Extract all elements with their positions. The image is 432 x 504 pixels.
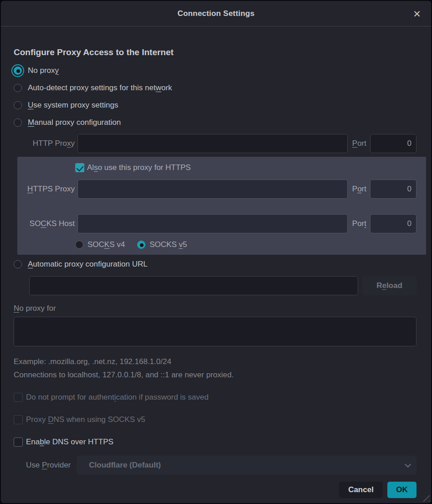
- label-text: S v4: [109, 240, 125, 249]
- titlebar: Connection Settings ✕: [1, 1, 431, 26]
- https-proxy-input[interactable]: [77, 180, 348, 199]
- system-proxy-label: Use system proxy settings: [28, 101, 118, 110]
- access-key: s: [94, 163, 98, 172]
- label-text: KS Host: [46, 219, 75, 228]
- label-text: ort: [357, 139, 366, 148]
- manual-proxy-radio[interactable]: [14, 118, 22, 127]
- socks-v4-label: SOCKS v4: [87, 240, 125, 249]
- radio-row-no-proxy[interactable]: No proxy: [14, 62, 417, 79]
- access-key: w: [156, 83, 161, 92]
- close-icon[interactable]: ✕: [410, 7, 424, 21]
- no-proxy-for-textarea[interactable]: [14, 317, 417, 346]
- access-key: b: [40, 437, 44, 446]
- page-title: Configure Proxy Access to the Internet: [14, 47, 417, 57]
- https-port-label: Port: [352, 185, 366, 194]
- label-text: NS when using SOCKS v5: [53, 415, 145, 424]
- socks-host-label: SOCKS Host: [17, 219, 75, 228]
- provider-dropdown[interactable]: Cloudflare (Default): [77, 456, 417, 475]
- localhost-note-text: Connections to localhost, 127.0.0.1/8, a…: [14, 370, 417, 380]
- access-key: K: [104, 240, 109, 249]
- access-key: P: [352, 139, 357, 148]
- label-text: cation if password is saved: [116, 393, 209, 401]
- access-key: U: [28, 101, 33, 109]
- label-text: le DNS over HTTPS: [44, 437, 113, 446]
- label-text: SOCKS: [149, 240, 179, 249]
- label-text: rovider: [47, 461, 71, 469]
- label-text: 5: [183, 240, 187, 249]
- label-text: Por: [352, 219, 364, 228]
- access-key: x: [67, 139, 71, 148]
- label-text: o proxy for: [19, 304, 56, 313]
- connection-settings-dialog: Connection Settings ✕ Configure Proxy Ac…: [0, 0, 432, 504]
- label-text: rt: [362, 185, 366, 193]
- access-key: N: [14, 304, 19, 313]
- radio-row-auto-detect[interactable]: Auto-detect proxy settings for this netw…: [14, 79, 417, 97]
- label-text: P: [352, 185, 357, 193]
- system-proxy-radio[interactable]: [14, 101, 22, 109]
- no-prompt-auth-row: Do not prompt for authentication if pass…: [14, 392, 417, 403]
- no-proxy-radio[interactable]: [14, 67, 22, 75]
- socks-port-label: Port: [352, 219, 366, 228]
- https-proxy-row: HTTPS Proxy Port: [17, 180, 417, 199]
- http-proxy-input[interactable]: [77, 134, 348, 153]
- proxy-dns-row: Proxy DNS when using SOCKS v5: [14, 414, 417, 425]
- http-port-input[interactable]: [370, 134, 417, 153]
- http-proxy-label: HTTP Proxy: [14, 139, 75, 148]
- label-text: SOC: [87, 240, 104, 249]
- radio-row-auto-url[interactable]: Automatic proxy configuration URL: [14, 258, 417, 270]
- radio-row-manual-proxy[interactable]: Manual proxy configuration: [14, 114, 417, 131]
- dialog-content: Configure Proxy Access to the Internet N…: [1, 47, 431, 154]
- chevron-down-icon: [405, 461, 411, 468]
- label-text: SO: [30, 219, 41, 228]
- radio-row-system-proxy[interactable]: Use system proxy settings: [14, 97, 417, 114]
- auto-url-label: Automatic proxy configuration URL: [28, 260, 148, 269]
- https-port-input[interactable]: [370, 180, 417, 199]
- label-text: Do not prompt for authent: [26, 393, 114, 401]
- dialog-footer: Cancel OK: [14, 482, 417, 498]
- no-proxy-example-text: Example: .mozilla.org, .net.nz, 192.168.…: [14, 357, 417, 366]
- label-text: anual proxy configuration: [34, 118, 121, 127]
- provider-selected-value: Cloudflare (Default): [89, 461, 405, 470]
- access-key: M: [28, 118, 34, 127]
- socks-v4-radio[interactable]: [75, 241, 83, 249]
- auto-url-input-row: Reload: [14, 276, 417, 295]
- doh-row[interactable]: Enable DNS over HTTPS: [14, 437, 417, 447]
- cancel-button[interactable]: Cancel: [339, 482, 383, 498]
- socks-port-input[interactable]: [370, 214, 417, 233]
- socks-v5-label: SOCKS v5: [149, 240, 187, 249]
- access-key: v: [179, 240, 183, 249]
- http-port-label: Port: [352, 139, 366, 148]
- reload-button[interactable]: Reload: [362, 276, 417, 295]
- also-https-checkbox[interactable]: [75, 163, 84, 172]
- proxy-dns-checkbox[interactable]: [14, 415, 23, 424]
- auto-url-input[interactable]: [29, 276, 358, 295]
- https-socks-band: Also use this proxy for HTTPS HTTPS Prox…: [17, 157, 426, 255]
- socks-host-input[interactable]: [77, 214, 348, 233]
- label-text: o use this proxy for HTTPS: [98, 163, 191, 172]
- auto-url-radio[interactable]: [14, 260, 22, 268]
- no-proxy-for-label: No proxy for: [14, 304, 417, 313]
- label-text: se system proxy settings: [33, 101, 118, 109]
- provider-row: Use Provider Cloudflare (Default): [14, 456, 417, 475]
- access-key: o: [357, 185, 361, 193]
- also-https-row[interactable]: Also use this proxy for HTTPS: [75, 162, 417, 174]
- access-key: t: [364, 219, 366, 228]
- http-proxy-row: HTTP Proxy Port: [14, 133, 417, 154]
- no-proxy-label: No proxy: [28, 66, 59, 75]
- dialog-content-lower: Automatic proxy configuration URL Reload…: [1, 258, 431, 498]
- dialog-title: Connection Settings: [177, 9, 254, 18]
- socks-v5-radio[interactable]: [137, 241, 145, 249]
- access-key: H: [27, 185, 33, 193]
- label-text: Use: [26, 461, 42, 469]
- auto-detect-label: Auto-detect proxy settings for this netw…: [28, 83, 172, 93]
- access-key: A: [28, 260, 33, 268]
- auto-detect-radio[interactable]: [14, 84, 22, 92]
- no-prompt-auth-checkbox[interactable]: [14, 393, 23, 402]
- ok-button[interactable]: OK: [387, 482, 417, 498]
- use-provider-label: Use Provider: [26, 461, 71, 470]
- label-text: y: [71, 139, 75, 148]
- access-key: D: [48, 415, 53, 424]
- access-key: e: [382, 281, 386, 290]
- doh-checkbox[interactable]: [14, 437, 23, 447]
- label-text: R: [376, 281, 382, 290]
